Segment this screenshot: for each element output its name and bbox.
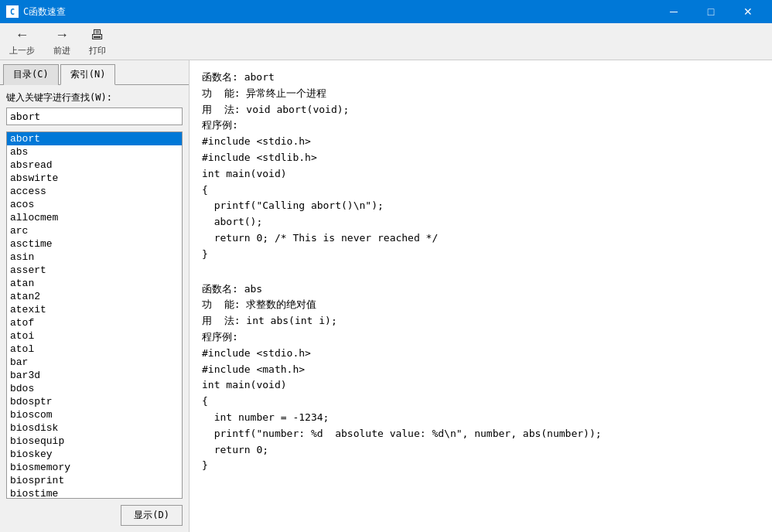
list-item[interactable]: asin (7, 251, 182, 264)
close-button[interactable]: ✕ (730, 0, 766, 23)
list-item[interactable]: bioscom (7, 408, 182, 421)
print-icon: 🖶 (91, 27, 104, 43)
tab-bar: 目录(C) 索引(N) (0, 60, 189, 85)
content-line: 用 法: void abort(void); (202, 102, 760, 118)
list-item[interactable]: bdos (7, 382, 182, 395)
list-item[interactable]: acos (7, 198, 182, 211)
tab-contents[interactable]: 目录(C) (3, 64, 59, 85)
tab-index[interactable]: 索引(N) (60, 64, 116, 85)
list-item[interactable]: allocmem (7, 211, 182, 224)
content-line: { (202, 394, 760, 410)
search-input[interactable] (6, 107, 183, 125)
main-area: 目录(C) 索引(N) 键入关键字进行查找(W): abortabsabsrea… (0, 60, 772, 532)
content-line: int main(void) (202, 166, 760, 182)
back-label: 上一步 (9, 45, 35, 56)
list-item[interactable]: biosprint (7, 474, 182, 487)
content-line: 程序例: (202, 329, 760, 346)
title-bar-left: C C函数速查 (6, 5, 66, 19)
content-line: } (202, 458, 760, 474)
minimize-button[interactable]: ─ (656, 0, 692, 23)
content-block-abs: 函数名: abs功 能: 求整数的绝对值用 法: int abs(int i);… (202, 281, 760, 475)
title-bar: C C函数速查 ─ □ ✕ (0, 0, 772, 23)
print-label: 打印 (89, 45, 106, 56)
back-button[interactable]: ← 上一步 (6, 26, 38, 58)
content-line: } (202, 247, 760, 263)
toolbar: ← 上一步 → 前进 🖶 打印 (0, 23, 772, 60)
list-container: abortabsabsreadabswirteaccessacosallocme… (0, 131, 189, 499)
content-line: printf("Calling abort()\n"); (202, 198, 760, 214)
list-item[interactable]: abort (7, 132, 182, 145)
list-item[interactable]: abs (7, 145, 182, 159)
forward-label: 前进 (53, 45, 70, 56)
list-item[interactable]: biosdisk (7, 421, 182, 435)
list-item[interactable]: assert (7, 264, 182, 277)
search-label: 键入关键字进行查找(W): (6, 91, 183, 104)
content-line: 函数名: abort (202, 70, 760, 86)
content-line: { (202, 182, 760, 199)
list-item[interactable]: biosmemory (7, 461, 182, 474)
search-area: 键入关键字进行查找(W): (0, 85, 189, 131)
function-list[interactable]: abortabsabsreadabswirteaccessacosallocme… (6, 131, 183, 499)
list-item[interactable]: atof (7, 316, 182, 329)
content-line: int number = -1234; (202, 410, 760, 426)
app-icon: C (6, 5, 19, 18)
left-panel: 目录(C) 索引(N) 键入关键字进行查找(W): abortabsabsrea… (0, 60, 190, 532)
list-item[interactable]: atexit (7, 303, 182, 316)
content-line: 功 能: 异常终止一个进程 (202, 86, 760, 102)
show-button-area: 显示(D) (0, 499, 189, 532)
content-line: #include <stdio.h> (202, 134, 760, 150)
show-button[interactable]: 显示(D) (121, 505, 183, 526)
content-line: int main(void) (202, 377, 760, 394)
list-item[interactable]: asctime (7, 237, 182, 251)
list-item[interactable]: biosequip (7, 435, 182, 448)
back-icon: ← (15, 27, 29, 43)
list-item[interactable]: bar (7, 356, 182, 369)
list-item[interactable]: atan2 (7, 290, 182, 303)
list-item[interactable]: atol (7, 343, 182, 356)
right-panel: 函数名: abort功 能: 异常终止一个进程用 法: void abort(v… (190, 60, 772, 532)
list-item[interactable]: biostime (7, 487, 182, 499)
list-item[interactable]: atoi (7, 329, 182, 343)
content-line: #include <stdio.h> (202, 346, 760, 362)
list-item[interactable]: access (7, 185, 182, 198)
content-line: 用 法: int abs(int i); (202, 313, 760, 329)
list-item[interactable]: bioskey (7, 448, 182, 461)
list-item[interactable]: abswirte (7, 172, 182, 185)
list-item[interactable]: bdosptr (7, 395, 182, 408)
list-item[interactable]: arc (7, 224, 182, 237)
list-item[interactable]: bar3d (7, 369, 182, 382)
content-line: #include <math.h> (202, 362, 760, 378)
list-item[interactable]: atan (7, 277, 182, 290)
title-controls: ─ □ ✕ (656, 0, 766, 23)
content-line: 程序例: (202, 118, 760, 134)
content-line: 功 能: 求整数的绝对值 (202, 297, 760, 313)
forward-icon: → (55, 27, 69, 43)
content-line: printf("number: %d absolute value: %d\n"… (202, 426, 760, 442)
content-line: return 0; /* This is never reached */ (202, 230, 760, 247)
content-line: abort(); (202, 214, 760, 230)
forward-button[interactable]: → 前进 (50, 26, 73, 58)
app-title: C函数速查 (23, 5, 66, 19)
content-line: return 0; (202, 442, 760, 459)
print-button[interactable]: 🖶 打印 (86, 26, 109, 58)
content-line: #include <stdlib.h> (202, 150, 760, 166)
content-block-abort: 函数名: abort功 能: 异常终止一个进程用 法: void abort(v… (202, 70, 760, 263)
content-line: 函数名: abs (202, 281, 760, 298)
list-item[interactable]: absread (7, 159, 182, 172)
maximize-button[interactable]: □ (693, 0, 729, 23)
